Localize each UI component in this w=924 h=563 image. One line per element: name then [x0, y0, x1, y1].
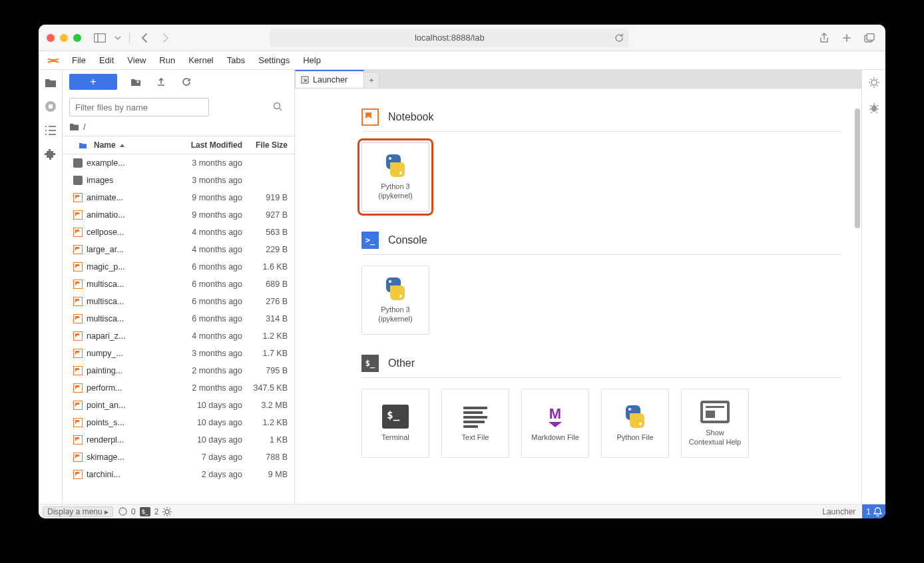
contextual-help-card[interactable]: Show Contextual Help [681, 389, 749, 458]
menu-kernel[interactable]: Kernel [182, 51, 220, 69]
upload-icon[interactable] [154, 75, 168, 89]
file-name: painting... [87, 366, 122, 375]
file-row[interactable]: animate...9 months ago919 B [63, 189, 294, 206]
file-row[interactable]: example...3 months ago [63, 154, 294, 172]
section-notebook-title: Notebook [388, 111, 434, 123]
file-name: animate... [87, 193, 123, 202]
debugger-icon[interactable] [867, 100, 881, 115]
file-modified: 3 months ago [156, 176, 242, 185]
menu-tabs[interactable]: Tabs [220, 51, 252, 69]
filter-input[interactable] [69, 98, 209, 116]
notebook-icon [73, 331, 83, 341]
file-row[interactable]: perform...2 months ago347.5 KB [63, 379, 294, 397]
file-modified: 2 days ago [156, 470, 242, 479]
file-row[interactable]: renderpl...10 days ago1 KB [63, 431, 294, 449]
file-row[interactable]: magic_p...6 months ago1.6 KB [63, 258, 294, 276]
python-icon [622, 404, 648, 429]
file-row[interactable]: painting...2 months ago795 B [63, 362, 294, 379]
file-size: 795 B [242, 366, 294, 375]
markdown-icon: M [549, 407, 562, 427]
new-launcher-button[interactable]: + [69, 74, 117, 90]
chevron-down-icon[interactable] [113, 31, 122, 45]
file-row[interactable]: tarchini...2 days ago9 MB [63, 466, 294, 483]
status-mode[interactable]: Launcher [815, 507, 862, 516]
file-size: 1.7 KB [242, 349, 294, 358]
file-row[interactable]: images3 months ago [63, 172, 294, 189]
text-file-icon [463, 407, 487, 427]
maximize-window-button[interactable] [73, 34, 81, 42]
file-row[interactable]: skimage...7 days ago788 B [63, 449, 294, 466]
col-modified-header[interactable]: Last Modified [191, 140, 242, 150]
notebook-icon [73, 262, 83, 272]
status-kernels[interactable]: 0 $_ 2 [118, 507, 172, 516]
file-name: example... [87, 158, 125, 168]
svg-rect-0 [95, 33, 106, 42]
col-name-header[interactable]: Name [94, 140, 116, 150]
file-row[interactable]: multisca...6 months ago314 B [63, 310, 294, 327]
file-size: 788 B [242, 453, 294, 462]
menu-help[interactable]: Help [296, 51, 328, 69]
kernel-icon [118, 507, 127, 516]
browser-titlebar: localhost:8888/lab [39, 25, 885, 51]
toc-tab-icon[interactable] [43, 123, 58, 138]
console-python3-card[interactable]: Python 3 (ipykernel) [361, 266, 429, 335]
new-tab-icon[interactable] [839, 31, 855, 45]
file-row[interactable]: large_ar...4 months ago229 B [63, 241, 294, 258]
add-tab-button[interactable]: + [363, 72, 379, 88]
file-row[interactable]: napari_z...4 months ago1.2 KB [63, 327, 294, 345]
col-size-header[interactable]: File Size [256, 140, 288, 150]
help-icon [700, 401, 730, 423]
file-row[interactable]: animatio...9 months ago927 B [63, 206, 294, 224]
menu-edit[interactable]: Edit [93, 51, 120, 69]
new-folder-icon[interactable] [129, 75, 142, 89]
refresh-icon[interactable] [180, 75, 193, 89]
markdown-file-card[interactable]: M Markdown File [521, 389, 589, 458]
file-modified: 2 months ago [156, 383, 242, 393]
menu-view[interactable]: View [120, 51, 152, 69]
section-console-header: >_ Console [361, 232, 841, 249]
address-bar[interactable]: localhost:8888/lab [270, 29, 629, 47]
breadcrumb[interactable]: / [63, 120, 294, 136]
back-button[interactable] [136, 31, 152, 45]
file-row[interactable]: numpy_...3 months ago1.7 KB [63, 345, 294, 362]
extensions-tab-icon[interactable] [43, 147, 58, 162]
file-row[interactable]: multisca...6 months ago276 B [63, 293, 294, 310]
forward-button[interactable] [158, 31, 174, 45]
svg-point-6 [871, 80, 877, 85]
file-row[interactable]: point_an...10 days ago3.2 MB [63, 397, 294, 414]
tabs-overview-icon[interactable] [861, 31, 877, 45]
file-browser-tab-icon[interactable] [43, 75, 58, 90]
python-file-card[interactable]: Python File [601, 389, 669, 458]
notebook-python3-card[interactable]: Python 3 (ipykernel) [361, 142, 429, 212]
status-notifications[interactable]: 1 [862, 504, 885, 519]
close-window-button[interactable] [47, 34, 55, 42]
menu-run[interactable]: Run [152, 51, 182, 69]
gear-icon[interactable] [162, 507, 172, 516]
sidebar-toggle-icon[interactable] [92, 31, 108, 45]
scrollbar[interactable] [855, 108, 860, 228]
minimize-window-button[interactable] [60, 34, 68, 42]
console-section-icon: >_ [361, 232, 379, 249]
status-terminals: 2 [154, 507, 159, 516]
tab-launcher[interactable]: Launcher [295, 70, 364, 88]
menu-settings[interactable]: Settings [252, 51, 296, 69]
status-zero: 0 [131, 507, 136, 516]
share-icon[interactable] [816, 31, 832, 45]
file-name: points_s... [87, 418, 124, 427]
text-file-card[interactable]: Text File [441, 389, 509, 458]
jupyter-logo-icon[interactable] [44, 52, 61, 69]
file-modified: 3 months ago [156, 349, 242, 358]
search-icon [273, 102, 282, 111]
terminal-card[interactable]: Terminal [361, 389, 429, 458]
reload-icon[interactable] [614, 33, 624, 43]
file-row[interactable]: cellpose...4 months ago563 B [63, 224, 294, 241]
file-row[interactable]: points_s...10 days ago1.2 KB [63, 414, 294, 431]
file-modified: 10 days ago [156, 418, 242, 427]
file-row[interactable]: multisca...6 months ago689 B [63, 276, 294, 293]
menu-file[interactable]: File [65, 51, 93, 69]
file-listing: example...3 months agoimages3 months ago… [63, 154, 294, 504]
notebook-icon [73, 210, 83, 220]
running-terminals-tab-icon[interactable] [43, 99, 58, 114]
file-size: 347.5 KB [242, 383, 294, 393]
property-inspector-icon[interactable] [867, 75, 881, 90]
